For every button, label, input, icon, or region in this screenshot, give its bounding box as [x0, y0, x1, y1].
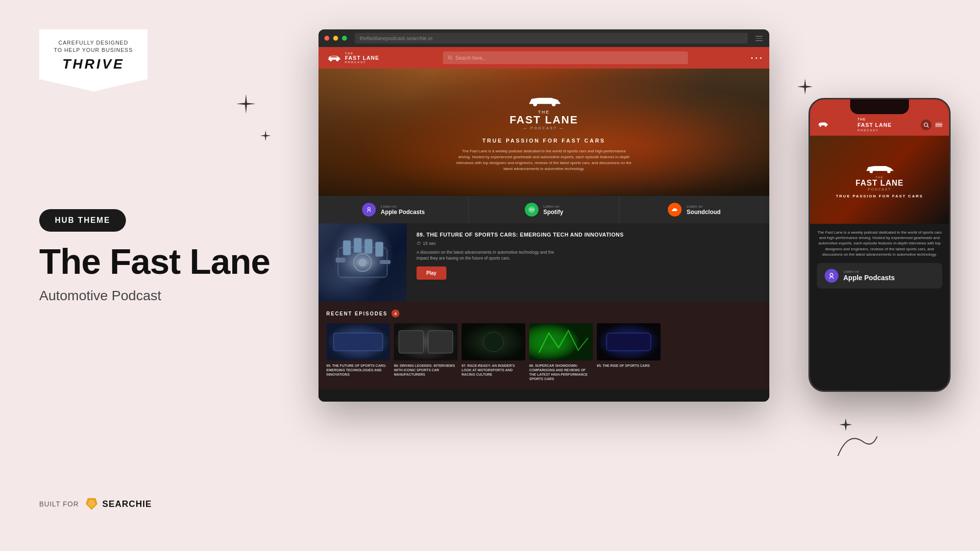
podcast-site: THE FAST LANE PODCAST Search here... — [318, 47, 769, 402]
featured-episode-info: 89. THE FUTURE OF SPORTS CARS: EMERGING … — [407, 223, 769, 302]
svg-rect-14 — [375, 242, 383, 257]
svg-rect-28 — [607, 333, 651, 351]
ep-title-2: 88. DRIVING LEGENDS: INTERVIEWS WITH ICO… — [394, 363, 458, 377]
svg-rect-26 — [529, 323, 593, 360]
episode-card-5: 85. THE RISE OF SPORTS CARS — [597, 323, 661, 381]
mobile-hero: THE FAST LANE PODCAST TRUE PASSION FOR F… — [810, 136, 949, 224]
svg-rect-13 — [365, 239, 372, 254]
ep-thumb-1 — [326, 323, 390, 360]
desktop-mockup: thefastlanepodcast.searchie.io THE FA — [318, 29, 769, 402]
engine-svg — [328, 228, 397, 297]
clock-icon: ⏱ — [416, 241, 421, 246]
svg-point-33 — [870, 170, 873, 173]
featured-thumbnail — [318, 223, 407, 302]
mobile-logo-area — [817, 120, 829, 130]
featured-episode-number: 89. THE FUTURE OF SPORTS CARS: EMERGING … — [416, 231, 760, 238]
apple-listen-on: Listen on — [381, 204, 425, 209]
mobile-menu-btn[interactable] — [935, 123, 942, 127]
deco-star-3 — [797, 78, 813, 97]
soundcloud-platform-text: Listen on Soundcloud — [686, 204, 720, 216]
ep-thumb-5 — [597, 323, 661, 360]
soundcloud-icon — [668, 203, 682, 216]
ep-thumb-2 — [394, 323, 458, 360]
site-logo-icon — [326, 53, 341, 63]
episode-card-2: 88. DRIVING LEGENDS: INTERVIEWS WITH ICO… — [394, 323, 458, 381]
episode-card-1: 89. THE FUTURE OF SPORTS CARS: EMERGING … — [326, 323, 390, 381]
logo-thrive: THRIVE — [54, 56, 133, 72]
svg-rect-22 — [399, 331, 423, 353]
svg-point-34 — [887, 170, 891, 173]
site-search[interactable]: Search here... — [443, 51, 688, 64]
site-logo-area: THE FAST LANE PODCAST — [326, 52, 379, 64]
mobile-tagline: TRUE PASSION FOR FAST CARS — [836, 194, 923, 198]
spotify-platform-text: Listen on Spotify — [543, 204, 564, 216]
svg-line-5 — [451, 59, 452, 60]
hero-podcast-logo: THE FAST LANE — PODCAST — — [510, 93, 578, 130]
featured-episode-section: 89. THE FUTURE OF SPORTS CARS: EMERGING … — [318, 223, 769, 302]
search-icon — [448, 55, 453, 60]
site-nav-icons — [751, 57, 761, 59]
platform-buttons: Listen on Apple Podcasts Listen on Spoti… — [318, 196, 769, 223]
svg-rect-17 — [336, 258, 345, 263]
apple-podcasts-btn[interactable]: Listen on Apple Podcasts — [318, 196, 469, 223]
mobile-header: THE FAST LANE PODCAST — [810, 114, 949, 136]
logo-container: CAREFULLY DESIGNED TO HELP YOUR BUSINESS… — [39, 29, 147, 92]
svg-rect-20 — [334, 333, 383, 351]
browser-bar: thefastlanepodcast.searchie.io — [318, 29, 769, 47]
spotify-btn[interactable]: Listen on Spotify — [469, 196, 619, 223]
browser-dot-yellow — [333, 36, 338, 41]
built-for-text: BUILT FOR — [39, 500, 79, 508]
episode-card-3: 87. RACE-READY: AN INSIDER'S LOOK AT MOT… — [462, 323, 525, 381]
apple-icon — [362, 203, 376, 216]
mobile-platform-text: Listen on Apple Podcasts — [843, 269, 934, 282]
ep-title-5: 85. THE RISE OF SPORTS CARS — [597, 363, 661, 368]
mobile-hero-car-logo — [862, 161, 897, 174]
hero-fast-title: FAST LANE — [510, 115, 578, 125]
deco-star-2 — [260, 130, 271, 144]
mobile-apple-btn[interactable]: Listen on Apple Podcasts — [817, 263, 942, 288]
svg-point-6 — [533, 102, 537, 106]
svg-point-31 — [924, 123, 928, 126]
site-logo-text: THE FAST LANE PODCAST — [345, 52, 379, 64]
deco-star-4 — [839, 418, 853, 433]
mobile-listen-on: Listen on — [843, 269, 934, 274]
episodes-grid: 89. THE FUTURE OF SPORTS CARS: EMERGING … — [326, 323, 761, 381]
svg-point-35 — [830, 273, 833, 276]
svg-point-29 — [819, 125, 821, 127]
searchie-icon — [84, 496, 99, 512]
soundcloud-btn[interactable]: Listen on Soundcloud — [619, 196, 769, 223]
svg-point-25 — [484, 332, 503, 352]
apple-platform-name: Apple Podcasts — [381, 209, 425, 216]
hero-podcast-sub: — PODCAST — — [510, 126, 578, 130]
site-hero: THE FAST LANE — PODCAST — TRUE PASSION F… — [318, 69, 769, 196]
hero-logo-icon — [524, 93, 564, 108]
duration-text: 15 sec — [423, 241, 436, 246]
mobile-hero-fast-lane: FAST LANE — [856, 179, 904, 187]
tagline-line2: TO HELP YOUR BUSINESS — [54, 47, 133, 53]
recent-title: RECENT EPISODES — [326, 311, 388, 316]
hero-tagline: TRUE PASSION FOR FAST CARS — [482, 138, 605, 144]
browser-dot-red — [324, 36, 329, 41]
play-button[interactable]: Play — [416, 266, 446, 280]
main-title: The Fast Lane — [39, 243, 270, 281]
mobile-search-btn[interactable] — [921, 120, 931, 130]
spotify-platform-name: Spotify — [543, 209, 564, 216]
mobile-fast-lane: FAST LANE — [858, 122, 892, 128]
soundcloud-platform-name: Soundcloud — [686, 209, 720, 216]
ep-thumb-3 — [462, 323, 525, 360]
mobile-apple-platform-name: Apple Podcasts — [843, 274, 934, 282]
spotify-listen-on: Listen on — [543, 204, 564, 209]
deco-star-1 — [235, 93, 257, 120]
svg-rect-23 — [428, 331, 453, 353]
soundcloud-listen-on: Listen on — [686, 204, 720, 209]
logo-white-bg: CAREFULLY DESIGNED TO HELP YOUR BUSINESS… — [39, 29, 147, 92]
episode-description: A discussion on the latest advancements … — [416, 250, 564, 262]
episode-duration: ⏱ 15 sec — [416, 241, 760, 246]
mobile-notch — [850, 99, 909, 114]
ep-title-4: 86. SUPERCAR SHOWDOWN: COMPARISONS AND R… — [529, 363, 593, 381]
svg-point-7 — [552, 102, 556, 106]
svg-point-8 — [368, 208, 370, 210]
svg-point-2 — [329, 59, 332, 61]
mobile-logo-text: THE FAST LANE PODCAST — [858, 117, 892, 133]
browser-dot-green — [342, 36, 347, 41]
